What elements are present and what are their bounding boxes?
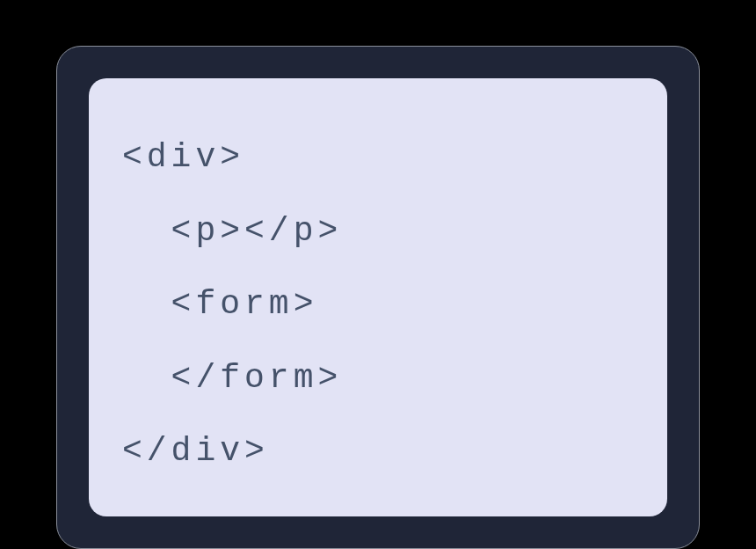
code-line-2: <p></p> [122, 194, 634, 268]
code-frame: <div> <p></p> <form> </form> </div> [56, 46, 700, 549]
code-line-1: <div> [122, 121, 634, 194]
code-line-5: </div> [122, 414, 634, 488]
code-line-4: </form> [122, 341, 634, 415]
code-block: <div> <p></p> <form> </form> </div> [89, 78, 667, 516]
code-line-3: <form> [122, 267, 634, 341]
